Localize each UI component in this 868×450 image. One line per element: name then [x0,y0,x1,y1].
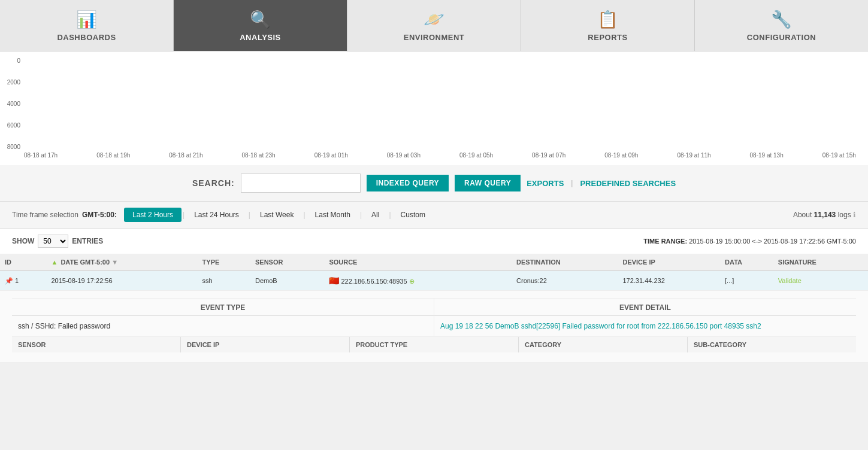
nav-dashboards-label: DASHBOARDS [57,33,116,42]
time-range-label: TIME RANGE: [643,238,687,245]
entries-label: ENTRIES [72,237,103,245]
cell-date: 2015-08-19 17:22:56 [46,270,197,291]
timeframe-options: Last 2 Hours | Last 24 Hours | Last Week… [124,208,434,222]
environment-icon: 🪐 [424,10,445,29]
event-type-header: EVENT TYPE [12,299,434,316]
col-type: TYPE [198,254,250,270]
logs-info-icon[interactable]: ℹ [853,211,856,219]
pin-icon: 📌 [5,277,13,284]
x-label: 08-19 at 03h [387,152,421,159]
y-label-1: 6000 [0,122,23,129]
x-label: 08-19 at 07h [532,152,565,159]
detail-row: EVENT TYPE ssh / SSHd: Failed password E… [0,291,868,363]
col-device-ip: DEVICE IP [618,254,720,270]
nav-analysis-label: ANALYSIS [240,33,281,42]
cell-sensor: DemoB [250,270,324,291]
sort-icon: ▲ [51,259,58,266]
nav-analysis[interactable]: 🔍 ANALYSIS [174,0,347,51]
sep1: | [183,211,185,219]
x-label: 08-18 at 19h [96,152,130,159]
col-sensor: SENSOR [250,254,324,270]
cell-id: 📌 1 [0,270,46,291]
col-id: ID [0,254,46,270]
nav-reports[interactable]: 📋 REPORTS [521,0,695,51]
sep2: | [249,211,250,219]
tf-custom[interactable]: Custom [392,208,434,222]
logs-suffix: logs [838,211,851,219]
cell-type: ssh [198,270,250,291]
timeframe-label: Time frame selection [12,211,78,219]
event-type-content: ssh / SSHd: Failed password [12,316,434,336]
predefined-searches-link[interactable]: PREDEFINED SEARCHES [580,179,676,188]
table-wrap: ID ▲ DATE GMT-5:00 ▼ TYPE SENSOR SOURCE … [0,254,868,363]
col-source: SOURCE [324,254,512,270]
tf-last24hours[interactable]: Last 24 Hours [186,208,247,222]
device-ip-header: DEVICE IP [181,337,350,352]
x-label: 08-18 at 23h [241,152,275,159]
x-label: 08-19 at 15h [822,152,856,159]
y-label-0: 8000 [0,144,23,150]
timeframe-gmt: GMT-5:00: [82,211,117,219]
source-indicator[interactable]: ⊕ [409,278,415,285]
x-label: 08-18 at 21h [169,152,202,159]
tf-all[interactable]: All [363,208,388,222]
table-header-row: ID ▲ DATE GMT-5:00 ▼ TYPE SENSOR SOURCE … [0,254,868,270]
nav-configuration[interactable]: 🔧 CONFIGURATION [695,0,868,51]
cell-data: [...] [720,270,773,291]
chart-x-labels: 08-18 at 17h08-18 at 19h08-18 at 21h08-1… [24,150,856,159]
chart-y-labels: 8000 6000 4000 2000 0 [0,57,23,150]
sensor-header: SENSOR [12,337,181,352]
x-label: 08-19 at 01h [314,152,348,159]
chart-area [24,57,856,150]
sep4: | [360,211,362,219]
raw-query-button[interactable]: RAW QUERY [455,175,521,191]
dashboards-icon: 📊 [76,10,98,29]
cell-destination: Cronus:22 [512,270,618,291]
logs-number: 11,143 [814,211,836,219]
nav-configuration-label: CONFIGURATION [747,33,816,42]
show-label: SHOW [12,237,34,245]
x-label: 08-18 at 17h [24,152,58,159]
logs-label: About [793,211,812,219]
time-range: TIME RANGE: 2015-08-19 15:00:00 <-> 2015… [643,238,856,245]
nav-dashboards[interactable]: 📊 DASHBOARDS [0,0,174,51]
nav-environment-label: ENVIRONMENT [404,33,465,42]
y-label-3: 2000 [0,79,23,86]
event-detail-content: Aug 19 18 22 56 DemoB sshd[22596] Failed… [434,316,856,336]
sub-category-header: SUB-CATEGORY [688,337,856,352]
col-date[interactable]: ▲ DATE GMT-5:00 ▼ [46,254,197,270]
tf-lastweek[interactable]: Last Week [252,208,302,222]
event-detail-link[interactable]: Aug 19 18 22 56 DemoB sshd[22596] Failed… [440,322,761,330]
sep3: | [303,211,305,219]
data-table: ID ▲ DATE GMT-5:00 ▼ TYPE SENSOR SOURCE … [0,254,868,363]
chart-container: 8000 6000 4000 2000 0 08-18 at 17h08-18 … [0,51,868,165]
cell-source: 🇨🇳 222.186.56.150:48935 ⊕ [324,270,512,291]
analysis-icon: 🔍 [250,10,271,29]
x-label: 08-19 at 13h [750,152,784,159]
logs-count: About 11,143 logs ℹ [793,211,856,219]
col-data: DATA [720,254,773,270]
x-label: 08-19 at 09h [604,152,638,159]
event-detail-header: EVENT DETAIL [434,299,856,316]
detail-inner: EVENT TYPE ssh / SSHd: Failed password E… [0,291,868,362]
pipe-separator: | [571,179,573,187]
configuration-icon: 🔧 [771,10,793,29]
detail-sections: EVENT TYPE ssh / SSHd: Failed password E… [12,298,856,336]
y-label-2: 4000 [0,101,23,107]
table-row[interactable]: 📌 1 2015-08-19 17:22:56 ssh DemoB 🇨🇳 222… [0,270,868,291]
search-bar: SEARCH: INDEXED QUERY RAW QUERY EXPORTS … [0,165,868,202]
show-entries: SHOW 50 25 100 ENTRIES [12,235,103,248]
tf-lastmonth[interactable]: Last Month [307,208,359,222]
search-input[interactable] [241,174,361,193]
time-range-value: 2015-08-19 15:00:00 <-> 2015-08-19 17:22… [689,238,856,245]
entries-select[interactable]: 50 25 100 [38,235,68,248]
nav-environment[interactable]: 🪐 ENVIRONMENT [347,0,521,51]
tf-last2hours[interactable]: Last 2 Hours [124,208,182,222]
nav-bar: 📊 DASHBOARDS 🔍 ANALYSIS 🪐 ENVIRONMENT 📋 … [0,0,868,51]
exports-link[interactable]: EXPORTS [527,179,564,188]
validate-link[interactable]: Validate [778,277,802,284]
category-header: CATEGORY [519,337,688,352]
product-type-header: PRODUCT TYPE [350,337,519,352]
second-detail-header: SENSOR DEVICE IP PRODUCT TYPE CATEGORY S… [12,337,856,352]
indexed-query-button[interactable]: INDEXED QUERY [367,175,449,191]
